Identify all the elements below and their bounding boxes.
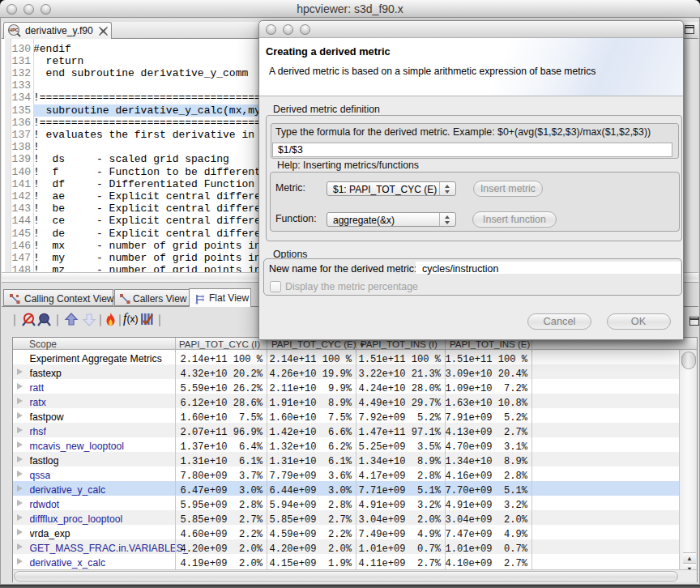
svg-text:HPC: HPC	[9, 28, 19, 32]
